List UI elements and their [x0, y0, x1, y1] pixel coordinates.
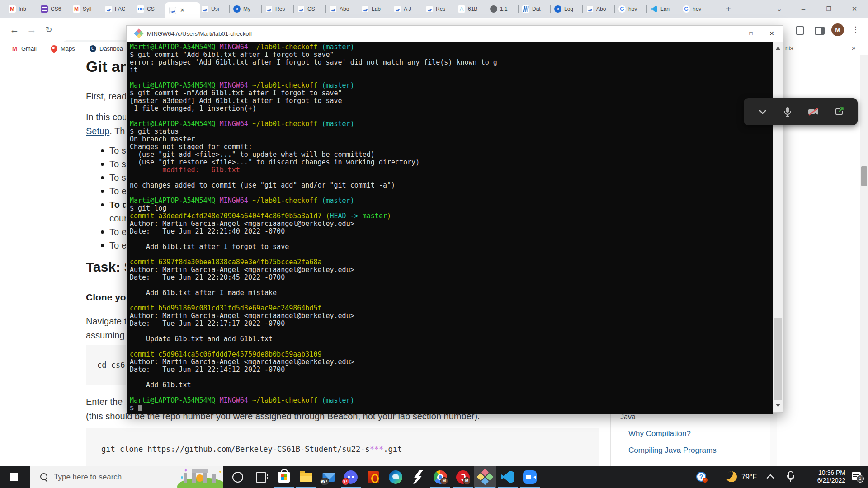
forward-button[interactable]: → — [24, 18, 40, 42]
window-close-button[interactable]: ✕ — [844, 0, 865, 18]
redacted-stars: *** — [370, 445, 384, 454]
tab-separator — [518, 5, 519, 13]
tab[interactable]: Ghov — [679, 0, 711, 18]
globe-favicon — [490, 5, 497, 13]
notification-center-icon[interactable]: 1 — [852, 472, 861, 480]
taskbar-search-input[interactable]: Type here to search ✦ — [30, 466, 223, 488]
chrome-taskbar-button[interactable]: M — [429, 466, 451, 488]
reload-button[interactable]: ↻ — [41, 18, 57, 42]
toc-header[interactable]: Java — [620, 413, 636, 421]
bullet-item: To e — [109, 186, 127, 197]
cortana-icon[interactable] — [232, 472, 243, 483]
bookmark-item[interactable]: MGmail — [11, 42, 37, 55]
back-button[interactable]: ← — [6, 18, 23, 42]
edge-taskbar-button[interactable] — [385, 466, 406, 488]
tab[interactable]: 1.1 — [486, 0, 518, 18]
tab[interactable]: MInb — [5, 0, 37, 18]
tab[interactable]: Abo — [326, 0, 358, 18]
terminal-maximize-button[interactable]: □ — [741, 26, 761, 42]
tab-close-icon[interactable]: ✕ — [180, 7, 185, 14]
tab-label: CS6 — [51, 6, 61, 12]
terminal-scroll-up-icon[interactable] — [776, 44, 780, 50]
tab[interactable]: Lan — [646, 0, 679, 18]
tab-active[interactable]: ✕ — [165, 2, 200, 18]
tab[interactable]: OHCS — [133, 0, 165, 18]
microphone-icon[interactable] — [782, 106, 793, 117]
toc-scrollbar[interactable] — [770, 412, 777, 466]
tray-clock[interactable]: 10:36 PM 6/21/2022 — [800, 469, 845, 484]
window-minimize-button[interactable]: – — [793, 0, 814, 18]
camera-off-icon[interactable] — [807, 106, 820, 117]
git-bash-taskbar-button[interactable] — [474, 466, 496, 488]
meeting-control-overlay[interactable] — [744, 98, 858, 125]
setup-link[interactable]: Setup — [86, 126, 109, 136]
toc-link[interactable]: Why Compilation? — [628, 429, 691, 438]
terminal-text: Author: Martin Garcia-Angel <mgarciaange… — [130, 312, 354, 320]
tab[interactable]: CS — [293, 0, 326, 18]
chevron-down-icon[interactable] — [757, 106, 768, 117]
bookmark-label-fragment[interactable]: nts — [785, 42, 793, 55]
get-help-tray-icon[interactable]: ?! — [696, 472, 706, 482]
tab[interactable]: FAC — [101, 0, 133, 18]
task-view-icon[interactable] — [256, 472, 266, 483]
vscode-taskbar-button[interactable] — [497, 466, 519, 488]
bookmark-item[interactable]: Maps — [51, 42, 75, 55]
tab[interactable]: eMy — [229, 0, 261, 18]
mail-taskbar-button[interactable]: 99+ — [318, 466, 340, 488]
weather-temperature[interactable]: 79°F — [741, 466, 757, 488]
red-app-taskbar-button[interactable]: M — [452, 466, 474, 488]
terminal-text: no changes added to commit (use "git add… — [130, 181, 395, 189]
tab[interactable]: eLog — [550, 0, 582, 18]
toc-link[interactable]: Compiling Java Programs — [628, 446, 717, 455]
tab[interactable]: Res — [261, 0, 293, 18]
discord-taskbar-button[interactable]: 9+ — [340, 466, 362, 488]
store-taskbar-button[interactable] — [273, 466, 295, 488]
tray-microphone-icon[interactable] — [788, 471, 793, 479]
tab-separator — [646, 5, 647, 13]
tab[interactable]: Abo — [582, 0, 614, 18]
lightning-taskbar-button[interactable] — [407, 466, 429, 488]
tab[interactable]: Usi — [197, 0, 229, 18]
tray-chevron-up-icon[interactable] — [767, 474, 774, 482]
page-scrollbar[interactable] — [860, 55, 868, 466]
terminal-text: Marti@LAPTOP-A54M54MQ — [130, 81, 216, 89]
extensions-icon[interactable] — [796, 26, 804, 35]
terminal-text: $ git log — [130, 204, 166, 212]
office-taskbar-button[interactable] — [363, 466, 384, 488]
tab[interactable]: Lab — [358, 0, 390, 18]
start-button[interactable] — [0, 466, 27, 488]
terminal-line: it — [127, 66, 773, 74]
profile-avatar[interactable]: M — [831, 23, 844, 36]
terminal-scrollbar-thumb[interactable] — [774, 318, 782, 400]
terminal-title-bar[interactable]: MINGW64:/c/Users/Marti/lab01-checkoff – … — [127, 26, 783, 42]
menu-kebab-icon[interactable]: ⋮ — [852, 18, 859, 42]
tab[interactable]: Ghov — [614, 0, 646, 18]
terminal-minimize-button[interactable]: – — [720, 26, 741, 42]
tab[interactable]: Res — [422, 0, 454, 18]
tab[interactable]: CS6 — [37, 0, 69, 18]
bookmarks-overflow-chevron[interactable]: » — [852, 42, 855, 55]
search-daily-image[interactable]: ✦ — [180, 466, 223, 488]
page-scrollbar-thumb[interactable] — [861, 166, 867, 186]
bookmark-item[interactable]: CDashboa — [90, 42, 123, 55]
tab[interactable]: A61B — [454, 0, 486, 18]
terminal-scrollbar[interactable] — [773, 42, 783, 412]
zoom-taskbar-button[interactable] — [519, 466, 541, 488]
terminal-text: (master) — [321, 197, 354, 205]
terminal-output[interactable]: Marti@LAPTOP-A54M54MQ MINGW64 ~/lab01-ch… — [127, 42, 773, 414]
explorer-taskbar-button[interactable] — [295, 466, 317, 488]
tab[interactable]: Dat — [518, 0, 550, 18]
weather-moon-icon[interactable] — [726, 471, 737, 482]
side-panel-icon[interactable] — [815, 27, 825, 35]
terminal-scroll-down-icon[interactable] — [776, 404, 780, 409]
bullet-dot — [101, 230, 104, 234]
new-tab-button[interactable]: + — [722, 3, 734, 15]
window-restore-button[interactable]: ❐ — [818, 0, 839, 18]
tab[interactable]: MSyll — [69, 0, 101, 18]
gmail-favicon: M — [73, 5, 80, 13]
tab[interactable]: A J — [390, 0, 422, 18]
mingw64-terminal-window[interactable]: MINGW64:/c/Users/Marti/lab01-checkoff – … — [126, 25, 783, 413]
terminal-close-button[interactable]: ✕ — [761, 26, 782, 42]
open-external-icon[interactable] — [834, 106, 844, 117]
tab-search-chevron-icon[interactable]: ⌄ — [769, 0, 790, 18]
